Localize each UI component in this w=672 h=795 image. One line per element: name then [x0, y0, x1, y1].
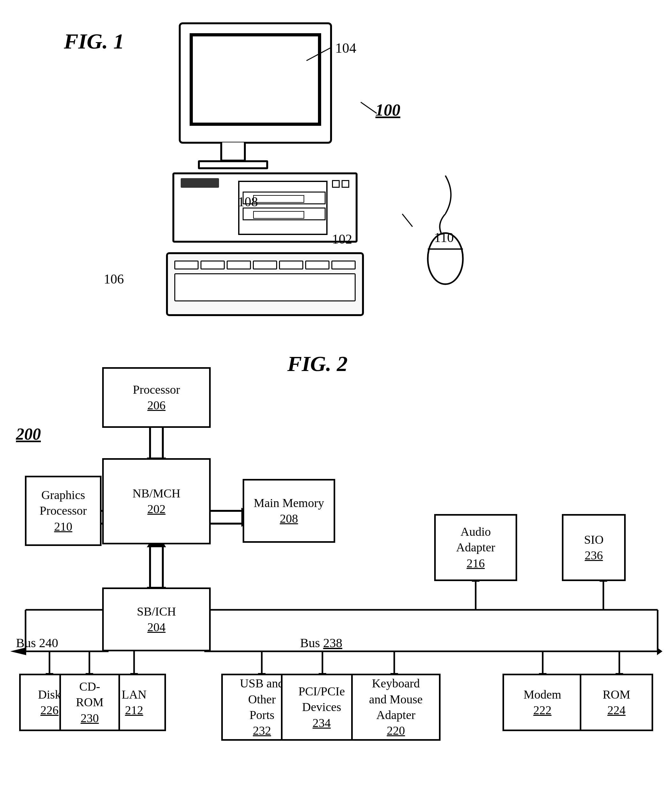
- monitor-base: [198, 160, 268, 169]
- key: [227, 261, 251, 269]
- key: [305, 261, 330, 269]
- audio-box: AudioAdapter 216: [434, 514, 517, 581]
- svg-line-1: [361, 102, 377, 114]
- keyboard-mouse-label: Keyboardand MouseAdapter: [369, 676, 423, 723]
- fig1-label: FIG. 1: [64, 29, 124, 54]
- keyboard-top-row: [174, 261, 356, 269]
- nbmch-label: NB/MCH: [133, 486, 180, 501]
- rom-label: ROM: [603, 687, 630, 702]
- lan-label: LAN: [122, 687, 147, 702]
- key: [200, 261, 225, 269]
- keyboard-mouse-num: 220: [387, 723, 405, 739]
- bus240-label: Bus 240: [16, 635, 58, 650]
- audio-num: 216: [467, 555, 485, 571]
- key: [331, 261, 356, 269]
- sbich-label: SB/ICH: [137, 604, 176, 619]
- key: [253, 261, 277, 269]
- sysunit-buttons: [332, 180, 349, 188]
- nbmch-num: 202: [147, 501, 166, 517]
- sbich-num: 204: [147, 619, 166, 635]
- cdrom-label: CD-ROM: [76, 679, 104, 710]
- rom-box: ROM 224: [580, 674, 653, 731]
- pci-box: PCI/PCIeDevices 234: [281, 674, 362, 741]
- sbich-box: SB/ICH 204: [102, 587, 211, 651]
- cdrom-box: CD-ROM 230: [59, 674, 120, 731]
- ref-102: 102: [332, 232, 352, 247]
- main-memory-box: Main Memory 208: [243, 479, 335, 543]
- sio-num: 236: [585, 547, 603, 563]
- disk-label: Disk: [38, 687, 61, 702]
- modem-box: Modem 222: [502, 674, 582, 731]
- main-memory-num: 208: [280, 511, 298, 526]
- sio-box: SIO 236: [562, 514, 626, 581]
- ref-110: 110: [434, 230, 454, 245]
- drive2: [243, 208, 326, 220]
- monitor-neck: [220, 142, 246, 162]
- main-memory-label: Main Memory: [254, 495, 324, 511]
- key: [174, 261, 198, 269]
- graphics-num: 210: [54, 519, 72, 534]
- btn2: [342, 180, 349, 188]
- disk-num: 226: [40, 702, 59, 718]
- drive2-inner: [253, 211, 304, 219]
- keyboard: [166, 252, 364, 316]
- mouse: [415, 176, 485, 278]
- fig2-section: FIG. 2 200: [0, 335, 672, 789]
- fig1-section: FIG. 1 104 100: [0, 13, 672, 326]
- modem-label: Modem: [523, 687, 561, 702]
- ref-100: 100: [375, 101, 400, 119]
- monitor-screen: [190, 33, 321, 126]
- btn1: [332, 180, 340, 188]
- fig2-label: FIG. 2: [287, 351, 348, 376]
- nbmch-box: NB/MCH 202: [102, 458, 211, 544]
- bus238-label: Bus 238: [300, 635, 342, 650]
- rom-num: 224: [608, 702, 626, 718]
- system-unit: [173, 173, 358, 243]
- sio-label: SIO: [584, 532, 603, 547]
- monitor: [179, 22, 332, 144]
- processor-label: Processor: [133, 382, 180, 398]
- svg-marker-39: [657, 648, 662, 655]
- drive1-inner: [253, 195, 304, 203]
- mouse-svg: [415, 176, 485, 278]
- processor-num: 206: [147, 398, 166, 413]
- key: [279, 261, 303, 269]
- pci-num: 234: [312, 715, 331, 731]
- computer-illustration: 104 100: [153, 22, 377, 284]
- graphics-label: GraphicsProcessor: [40, 487, 87, 519]
- audio-label: AudioAdapter: [456, 524, 495, 555]
- svg-line-5: [402, 214, 413, 227]
- lan-num: 212: [125, 702, 143, 718]
- ref-106: 106: [104, 271, 124, 287]
- modem-num: 222: [533, 702, 552, 718]
- usb-num: 232: [253, 723, 271, 739]
- keyboard-mouse-box: Keyboardand MouseAdapter 220: [351, 674, 440, 741]
- cdrom-num: 230: [81, 710, 99, 726]
- ref-200: 200: [16, 425, 41, 443]
- pci-label: PCI/PCIeDevices: [299, 683, 345, 715]
- keyboard-main-area: [174, 273, 356, 301]
- usb-label: USB andOtherPorts: [240, 676, 284, 723]
- graphics-box: GraphicsProcessor 210: [25, 476, 101, 546]
- ref-104: 104: [335, 40, 356, 56]
- ref-108: 108: [238, 194, 258, 210]
- processor-box: Processor 206: [102, 367, 211, 428]
- sysunit-top-bar: [181, 178, 219, 188]
